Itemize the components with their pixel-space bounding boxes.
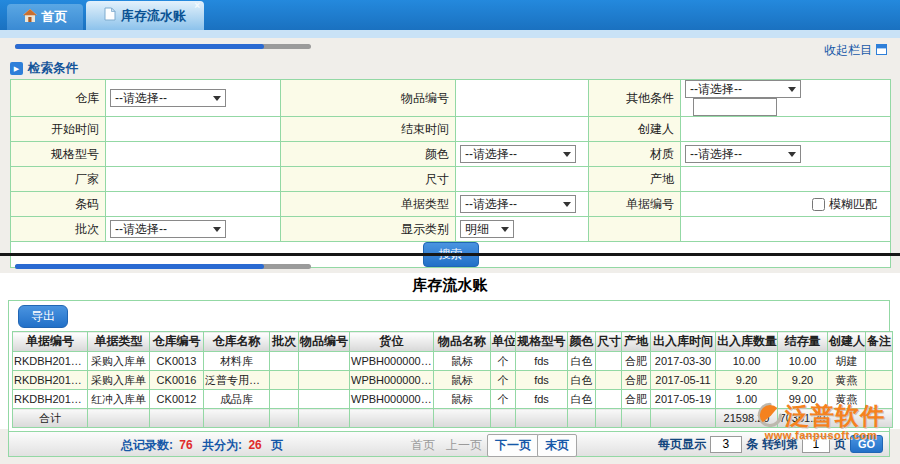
field-value-manufacturer — [106, 167, 281, 192]
color-select[interactable]: --请选择-- — [460, 145, 576, 163]
cell — [299, 371, 350, 390]
cell — [866, 352, 893, 371]
field-label-color: 颜色 — [281, 142, 456, 167]
cell: 9.20 — [778, 371, 828, 390]
cell: 黄燕 — [828, 390, 866, 409]
last-page-button[interactable]: 末页 — [537, 434, 577, 457]
goto-label: 转到第 — [762, 436, 798, 453]
table-row-1[interactable]: RKDBH20170...采购入库单CK0016泛普专用仓库WPBH000000… — [13, 371, 893, 390]
table-row-0[interactable]: RKDBH20170...采购入库单CK0013材料库WPBH00000001鼠… — [13, 352, 893, 371]
batch-select[interactable]: --请选择-- — [110, 220, 226, 238]
column-header-1: 单据类型 — [88, 332, 150, 352]
cell — [596, 390, 622, 409]
cell: 2017-05-19 — [651, 390, 716, 409]
column-header-9: 规格型号 — [516, 332, 568, 352]
field-value-color: --请选择-- — [456, 142, 589, 167]
origin-input[interactable] — [685, 170, 882, 189]
report-title: 库存流水账 — [0, 276, 900, 295]
table-row-2[interactable]: RKDBH20170...红冲入库单CK0012成品库WPBH00000001鼠… — [13, 390, 893, 409]
cell: 个 — [491, 390, 516, 409]
field-label-material: 材质 — [589, 142, 681, 167]
cell: CK0013 — [150, 352, 204, 371]
column-header-8: 单位 — [491, 332, 516, 352]
field-label-size: 尺寸 — [281, 167, 456, 192]
total-pages-label: 共分为: — [202, 438, 242, 452]
cell: RKDBH20170... — [13, 352, 88, 371]
field-value-size — [456, 167, 589, 192]
total-cell — [88, 409, 150, 428]
barcode-input[interactable] — [110, 195, 273, 214]
next-page-button[interactable]: 下一页 — [487, 434, 539, 457]
cell: 10.00 — [778, 352, 828, 371]
other-condition-input[interactable] — [693, 98, 777, 116]
end-time-input[interactable] — [460, 120, 583, 139]
cell: 鼠标 — [434, 371, 491, 390]
per-page-suffix: 条 — [746, 436, 758, 453]
cell: 白色 — [568, 371, 596, 390]
search-form: 仓库--请选择--物品编号其他条件--请选择--开始时间结束时间创建人规格型号颜… — [10, 79, 891, 268]
separator-line — [0, 253, 900, 256]
creator-input[interactable] — [685, 120, 882, 139]
column-header-11: 尺寸 — [596, 332, 622, 352]
spec-model-input[interactable] — [110, 145, 273, 164]
total-cell: 21598.20 — [716, 409, 778, 428]
column-header-15: 结存量 — [778, 332, 828, 352]
chevron-down-icon — [788, 87, 796, 92]
display-category-select-value: 明细 — [465, 221, 489, 238]
total-cell — [270, 409, 299, 428]
item-code-input[interactable] — [460, 89, 583, 108]
other-condition-select[interactable]: --请选择-- — [685, 80, 801, 98]
per-page-label: 每页显示 — [658, 436, 706, 453]
total-cell — [622, 409, 651, 428]
total-cell — [651, 409, 716, 428]
material-select[interactable]: --请选择-- — [685, 145, 801, 163]
field-value-end-time — [456, 117, 589, 142]
field-label-doc-type: 单据类型 — [281, 192, 456, 217]
fuzzy-match-label: 模糊匹配 — [829, 197, 877, 211]
cell — [299, 352, 350, 371]
cell: CK0016 — [150, 371, 204, 390]
cell: RKDBH20170... — [13, 371, 88, 390]
cell: 采购入库单 — [88, 352, 150, 371]
batch-select-value: --请选择-- — [115, 221, 167, 238]
column-header-12: 产地 — [622, 332, 651, 352]
display-category-select[interactable]: 明细 — [460, 220, 514, 238]
goto-page-input[interactable] — [802, 436, 830, 453]
fuzzy-match-checkbox[interactable] — [812, 198, 825, 211]
column-header-10: 颜色 — [568, 332, 596, 352]
size-input[interactable] — [460, 170, 583, 189]
goto-suffix: 页 — [834, 436, 846, 453]
close-icon[interactable]: × — [194, 1, 200, 11]
tab-inventory-ledger[interactable]: 库存流水账 × — [86, 1, 204, 30]
cell: 99.00 — [778, 390, 828, 409]
home-icon — [23, 9, 37, 25]
per-page-input[interactable] — [710, 436, 742, 453]
loading-bar-2-fill — [15, 264, 264, 269]
field-value-doc-type: --请选择-- — [456, 192, 589, 217]
cell: RKDBH20170... — [13, 390, 88, 409]
cell: 合肥 — [622, 390, 651, 409]
search-criteria-header[interactable]: ▶ 检索条件 — [10, 60, 78, 77]
collapse-columns-link[interactable]: 收起栏目 — [824, 42, 887, 59]
total-cell: 合计 — [13, 409, 88, 428]
loading-bar-2 — [15, 264, 311, 269]
start-time-input[interactable] — [110, 120, 273, 139]
doc-type-select[interactable]: --请选择-- — [460, 195, 576, 213]
total-cell — [491, 409, 516, 428]
field-label-warehouse: 仓库 — [11, 80, 106, 117]
export-button[interactable]: 导出 — [18, 305, 68, 328]
manufacturer-input[interactable] — [110, 170, 273, 189]
column-header-6: 货位 — [350, 332, 434, 352]
warehouse-select[interactable]: --请选择-- — [110, 89, 226, 107]
field-label-empty — [589, 217, 681, 242]
tab-home[interactable]: 首页 — [7, 4, 83, 30]
field-label-origin: 产地 — [589, 167, 681, 192]
cell — [866, 390, 893, 409]
prev-page-link[interactable]: 上一页 — [446, 437, 482, 454]
collapse-icon — [876, 44, 887, 58]
cell — [270, 371, 299, 390]
column-header-4: 批次 — [270, 332, 299, 352]
go-button[interactable]: GO — [850, 435, 883, 453]
total-cell — [866, 409, 893, 428]
first-page-link[interactable]: 首页 — [411, 437, 435, 454]
